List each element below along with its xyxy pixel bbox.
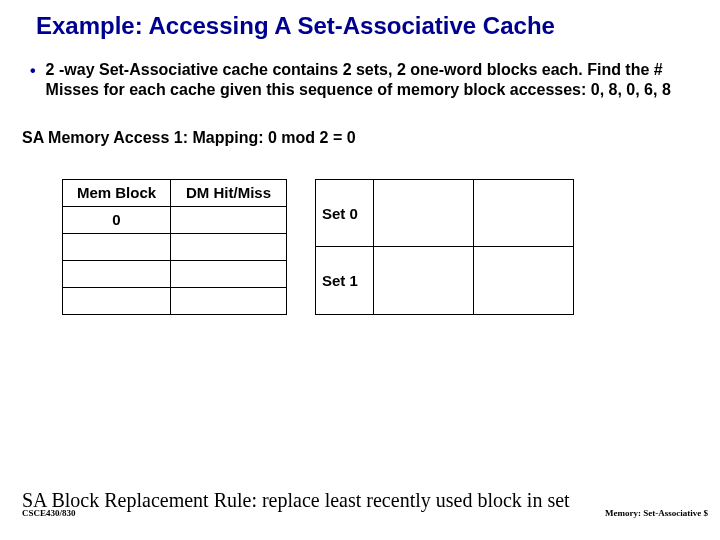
cell: 0 — [63, 206, 171, 233]
table-row — [63, 233, 287, 260]
cell — [374, 179, 474, 247]
cell — [171, 206, 287, 233]
cell — [171, 260, 287, 287]
cell — [63, 233, 171, 260]
th-mem-block: Mem Block — [63, 179, 171, 206]
table-row — [63, 260, 287, 287]
footer-left: CSCE430/830 — [22, 508, 76, 518]
footer-right: Memory: Set-Associative $ — [605, 508, 708, 518]
cell — [474, 179, 574, 247]
cell — [374, 247, 474, 315]
table-row: 0 — [63, 206, 287, 233]
set-label: Set 1 — [316, 247, 374, 315]
table-row: Set 1 — [316, 247, 574, 315]
set-label: Set 0 — [316, 179, 374, 247]
bullet-block: • 2 -way Set-Associative cache contains … — [0, 40, 720, 101]
table-row: Set 0 — [316, 179, 574, 247]
cell — [63, 287, 171, 314]
cell — [474, 247, 574, 315]
tables-row: Mem Block DM Hit/Miss 0 Set 0 Set 1 — [0, 147, 720, 315]
th-hit-miss: DM Hit/Miss — [171, 179, 287, 206]
access-subhead: SA Memory Access 1: Mapping: 0 mod 2 = 0 — [0, 101, 720, 147]
table-row — [63, 287, 287, 314]
set-table: Set 0 Set 1 — [315, 179, 574, 315]
access-table: Mem Block DM Hit/Miss 0 — [62, 179, 287, 315]
cell — [63, 260, 171, 287]
cell — [171, 287, 287, 314]
cell — [171, 233, 287, 260]
replacement-rule: SA Block Replacement Rule: replace least… — [22, 489, 570, 512]
slide-title: Example: Accessing A Set-Associative Cac… — [0, 0, 720, 40]
bullet-dot: • — [30, 60, 36, 81]
bullet-text: 2 -way Set-Associative cache contains 2 … — [46, 60, 690, 101]
